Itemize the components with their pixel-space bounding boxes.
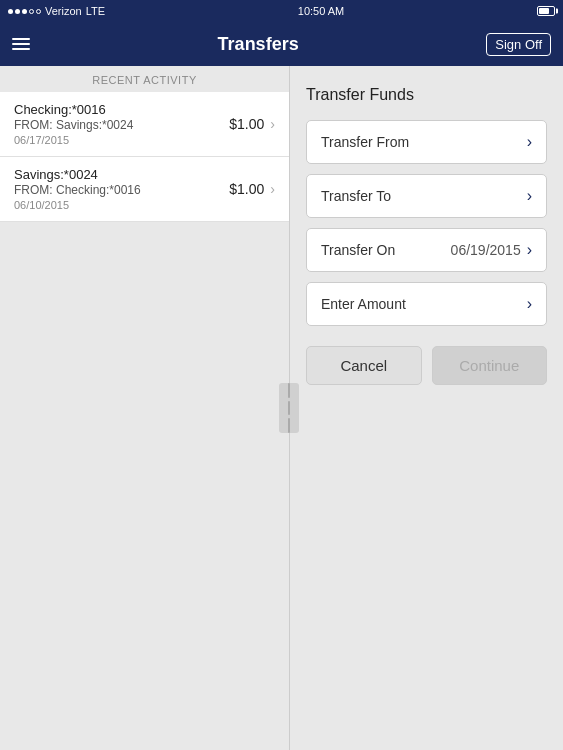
activity-from-1: FROM: Savings:*0024	[14, 118, 229, 132]
page-title: Transfers	[218, 34, 299, 55]
chevron-right-icon-2: ›	[270, 181, 275, 197]
drag-handle-line-3	[288, 418, 290, 433]
enter-amount-right: ›	[527, 295, 532, 313]
menu-icon[interactable]	[12, 38, 30, 50]
transfer-on-label: Transfer On	[321, 242, 395, 258]
battery-icon	[537, 6, 555, 16]
network-label: LTE	[86, 5, 105, 17]
signal-dots	[8, 9, 41, 14]
enter-amount-chevron-icon: ›	[527, 295, 532, 313]
cancel-button[interactable]: Cancel	[306, 346, 422, 385]
activity-list: Checking:*0016 FROM: Savings:*0024 06/17…	[0, 92, 289, 222]
transfer-funds-title: Transfer Funds	[306, 86, 547, 104]
battery-fill	[539, 8, 549, 14]
activity-right-2: $1.00 ›	[229, 181, 275, 197]
list-item[interactable]: Savings:*0024 FROM: Checking:*0016 06/10…	[0, 157, 289, 222]
transfer-from-right: ›	[527, 133, 532, 151]
status-bar: Verizon LTE 10:50 AM	[0, 0, 563, 22]
activity-amount-2: $1.00	[229, 181, 264, 197]
activity-from-2: FROM: Checking:*0016	[14, 183, 229, 197]
transfer-on-field[interactable]: Transfer On 06/19/2015 ›	[306, 228, 547, 272]
enter-amount-field[interactable]: Enter Amount ›	[306, 282, 547, 326]
continue-button[interactable]: Continue	[432, 346, 548, 385]
activity-info-1: Checking:*0016 FROM: Savings:*0024 06/17…	[14, 102, 229, 146]
activity-title-2: Savings:*0024	[14, 167, 229, 182]
carrier-label: Verizon	[45, 5, 82, 17]
transfer-to-field[interactable]: Transfer To ›	[306, 174, 547, 218]
activity-date-1: 06/17/2015	[14, 134, 229, 146]
nav-bar: Transfers Sign Off	[0, 22, 563, 66]
dot2	[15, 9, 20, 14]
dot3	[22, 9, 27, 14]
list-item[interactable]: Checking:*0016 FROM: Savings:*0024 06/17…	[0, 92, 289, 157]
activity-info-2: Savings:*0024 FROM: Checking:*0016 06/10…	[14, 167, 229, 211]
status-right	[537, 6, 555, 16]
enter-amount-label: Enter Amount	[321, 296, 406, 312]
chevron-right-icon-1: ›	[270, 116, 275, 132]
right-panel: Transfer Funds Transfer From › Transfer …	[290, 66, 563, 750]
sign-off-button[interactable]: Sign Off	[486, 33, 551, 56]
transfer-to-label: Transfer To	[321, 188, 391, 204]
dot4	[29, 9, 34, 14]
dot1	[8, 9, 13, 14]
recent-activity-header: RECENT ACTIVITY	[0, 66, 289, 92]
menu-line-1	[12, 38, 30, 40]
transfer-to-right: ›	[527, 187, 532, 205]
transfer-from-field[interactable]: Transfer From ›	[306, 120, 547, 164]
activity-right-1: $1.00 ›	[229, 116, 275, 132]
main-layout: RECENT ACTIVITY Checking:*0016 FROM: Sav…	[0, 66, 563, 750]
transfer-from-label: Transfer From	[321, 134, 409, 150]
drag-handle-line-2	[288, 401, 290, 416]
transfer-on-chevron-icon: ›	[527, 241, 532, 259]
activity-amount-1: $1.00	[229, 116, 264, 132]
time-label: 10:50 AM	[298, 5, 344, 17]
status-left: Verizon LTE	[8, 5, 105, 17]
menu-line-2	[12, 43, 30, 45]
activity-date-2: 06/10/2015	[14, 199, 229, 211]
left-panel: RECENT ACTIVITY Checking:*0016 FROM: Sav…	[0, 66, 290, 750]
menu-line-3	[12, 48, 30, 50]
dot5	[36, 9, 41, 14]
transfer-to-chevron-icon: ›	[527, 187, 532, 205]
activity-title-1: Checking:*0016	[14, 102, 229, 117]
transfer-from-chevron-icon: ›	[527, 133, 532, 151]
drag-handle-line-1	[288, 383, 290, 398]
button-row: Cancel Continue	[306, 346, 547, 385]
drag-handle[interactable]	[279, 383, 299, 433]
transfer-on-value: 06/19/2015	[451, 242, 521, 258]
transfer-on-right: 06/19/2015 ›	[451, 241, 532, 259]
